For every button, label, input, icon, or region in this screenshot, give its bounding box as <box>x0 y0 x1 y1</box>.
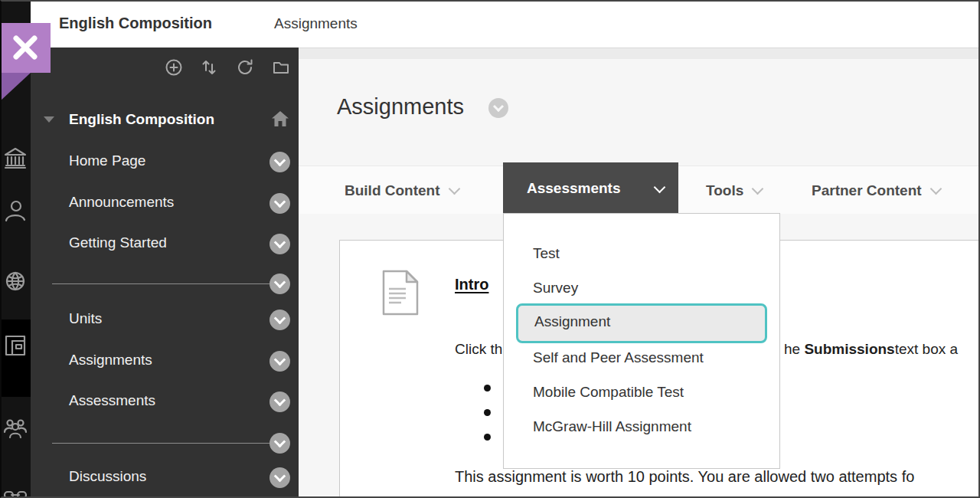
sidebar-item-units[interactable]: Units <box>69 310 102 327</box>
assessments-label: Assessments <box>527 180 621 197</box>
menu-item-mcgraw-hill-assignment[interactable]: McGraw-Hill Assignment <box>533 418 691 435</box>
folder-icon[interactable] <box>272 58 290 77</box>
chevron-down-icon[interactable] <box>270 433 290 454</box>
chevron-down-icon <box>752 183 764 195</box>
points-text: This assignment is worth 10 points. You … <box>455 468 914 486</box>
chevron-down-icon[interactable] <box>270 234 290 254</box>
build-content-button[interactable]: Build Content <box>345 182 459 199</box>
profile-icon[interactable] <box>3 198 28 223</box>
chevron-down-icon[interactable] <box>270 193 290 214</box>
assignment-label: Assignment <box>534 313 610 330</box>
breadcrumb-course[interactable]: English Composition <box>59 15 212 32</box>
header-shadow-band <box>299 48 980 59</box>
sidebar-item-getting-started[interactable]: Getting Started <box>69 234 167 251</box>
menu-divider <box>52 443 289 444</box>
partner-content-button[interactable]: Partner Content <box>812 182 940 199</box>
partner-content-label: Partner Content <box>812 182 922 198</box>
tools-label: Tools <box>706 182 743 198</box>
menu-item-test[interactable]: Test <box>533 245 560 262</box>
list-bullet <box>484 385 491 392</box>
sidebar-item-discussions[interactable]: Discussions <box>69 468 146 485</box>
chevron-down-icon[interactable] <box>270 310 290 330</box>
course-menu: English Composition Home Page Announceme… <box>31 48 299 498</box>
menu-item-mobile-compatible-test[interactable]: Mobile Compatible Test <box>533 384 684 401</box>
chevron-down-icon <box>929 183 942 195</box>
course-menu-title[interactable]: English Composition <box>69 111 214 128</box>
chevron-down-icon[interactable] <box>270 274 290 294</box>
list-bullet <box>484 434 491 441</box>
chevron-down-icon[interactable] <box>270 467 290 488</box>
rail-active-highlight <box>0 319 31 397</box>
add-icon[interactable] <box>165 58 183 77</box>
sidebar-item-announcements[interactable]: Announcements <box>69 194 174 211</box>
chevron-down-icon <box>654 182 666 194</box>
list-bullet <box>484 409 491 416</box>
collapse-triangle-icon[interactable] <box>44 116 54 123</box>
menu-item-survey[interactable]: Survey <box>533 280 578 297</box>
course-content-icon[interactable] <box>3 333 28 358</box>
home-icon[interactable] <box>270 109 290 129</box>
sidebar-item-home-page[interactable]: Home Page <box>69 152 145 169</box>
menu-item-self-and-peer-assessment[interactable]: Self and Peer Assessment <box>533 349 704 366</box>
sidebar-item-assignments[interactable]: Assignments <box>69 352 152 369</box>
desc-post: text box a <box>895 341 958 357</box>
chevron-down-icon[interactable] <box>488 98 508 118</box>
link-icon[interactable] <box>3 490 28 498</box>
sidebar-item-assessments[interactable]: Assessments <box>69 392 155 409</box>
chevron-down-icon <box>448 183 460 195</box>
assessments-dropdown-menu: Test Survey Assignment Self and Peer Ass… <box>503 213 780 469</box>
build-content-label: Build Content <box>345 182 440 198</box>
institution-icon[interactable] <box>3 146 28 171</box>
tools-button[interactable]: Tools <box>706 182 762 199</box>
assignment-link[interactable]: Intro <box>455 276 488 293</box>
groups-icon[interactable] <box>3 417 28 441</box>
close-course-menu-button[interactable] <box>0 23 51 73</box>
document-icon <box>382 270 419 316</box>
chevron-down-icon[interactable] <box>270 152 290 172</box>
menu-divider <box>52 283 289 284</box>
description-text-right: he Submissionstext box a <box>784 341 958 358</box>
assessments-button[interactable]: Assessments <box>503 162 678 213</box>
top-breadcrumb-bar: English Composition Assignments <box>31 0 980 48</box>
chevron-down-icon[interactable] <box>270 351 290 372</box>
page-title: Assignments <box>337 94 464 120</box>
desc-pre: he <box>784 341 804 357</box>
chevron-down-icon[interactable] <box>270 392 290 412</box>
close-icon <box>12 34 38 61</box>
reorder-icon[interactable] <box>200 58 218 77</box>
refresh-icon[interactable] <box>236 58 254 77</box>
ribbon-fold <box>0 73 31 101</box>
breadcrumb-page[interactable]: Assignments <box>274 15 358 32</box>
globe-icon[interactable] <box>3 269 28 293</box>
description-text-left: Click th <box>455 341 502 358</box>
desc-bold: Submissions <box>804 341 894 357</box>
menu-item-assignment[interactable]: Assignment <box>516 303 767 343</box>
